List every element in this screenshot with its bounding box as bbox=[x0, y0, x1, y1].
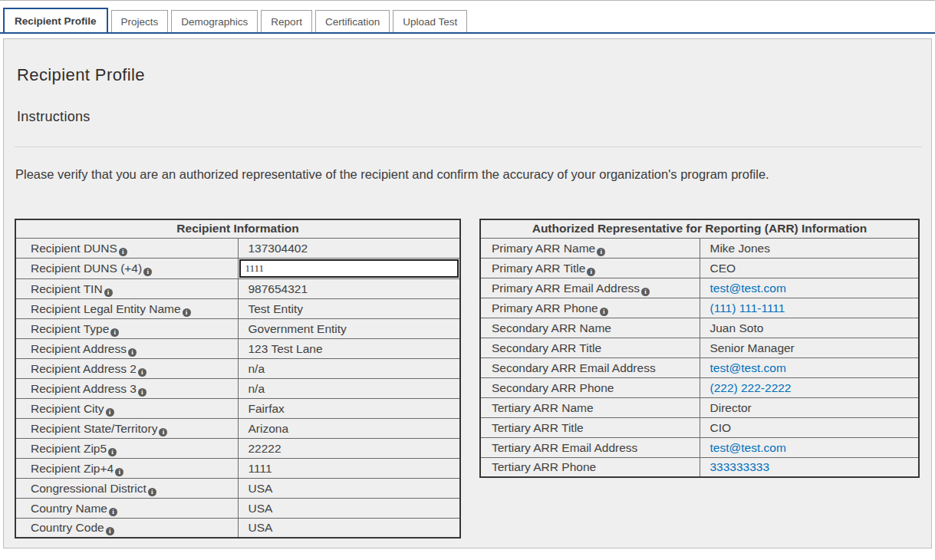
row-value: USA bbox=[249, 482, 273, 495]
row-value: Government Entity bbox=[249, 322, 347, 335]
row-label: Recipient State/Territory bbox=[31, 422, 157, 435]
arr-information-title: Authorized Representative for Reporting … bbox=[480, 219, 919, 238]
row-label: Secondary ARR Phone bbox=[492, 381, 614, 394]
table-row-recipient-type: Recipient TypeiGovernment Entity bbox=[15, 318, 460, 338]
table-header-row: Authorized Representative for Reporting … bbox=[480, 219, 919, 238]
info-icon[interactable]: i bbox=[587, 268, 595, 276]
page-title: Recipient Profile bbox=[17, 65, 922, 85]
row-value: Mike Jones bbox=[710, 242, 770, 255]
row-value: 1111 bbox=[249, 462, 272, 475]
info-icon[interactable]: i bbox=[106, 408, 114, 417]
row-value: CIO bbox=[710, 421, 732, 434]
table-row-tertiary-arr-phone: Tertiary ARR Phone333333333 bbox=[480, 457, 919, 477]
recipient-information-table: Recipient Information Recipient DUNSi137… bbox=[15, 219, 461, 539]
row-label: Primary ARR Phone bbox=[492, 301, 598, 315]
row-label: Recipient TIN bbox=[31, 282, 103, 295]
info-icon[interactable]: i bbox=[138, 388, 147, 397]
row-value: Arizona bbox=[249, 422, 289, 435]
recipient-information-title: Recipient Information bbox=[15, 219, 460, 238]
row-value: Test Entity bbox=[249, 302, 304, 315]
secondary-arr-phone-link[interactable]: (222) 222-2222 bbox=[710, 381, 792, 394]
tab-upload-test[interactable]: Upload Test bbox=[393, 10, 467, 32]
primary-arr-email-link[interactable]: test@test.com bbox=[710, 282, 786, 295]
info-icon[interactable]: i bbox=[108, 448, 117, 456]
row-label: Tertiary ARR Email Address bbox=[492, 441, 637, 454]
info-icon[interactable]: i bbox=[183, 308, 191, 317]
table-header-row: Recipient Information bbox=[15, 219, 460, 238]
info-icon[interactable]: i bbox=[138, 368, 147, 377]
table-row-recipient-duns-plus4: Recipient DUNS (+4)i bbox=[15, 258, 460, 278]
secondary-arr-email-link[interactable]: test@test.com bbox=[710, 361, 786, 374]
primary-arr-phone-link[interactable]: (111) 111-1111 bbox=[710, 301, 785, 315]
tertiary-arr-email-link[interactable]: test@test.com bbox=[710, 441, 786, 454]
table-row-recipient-legal-entity-name: Recipient Legal Entity NameiTest Entity bbox=[15, 298, 460, 318]
row-label: Recipient Address 2 bbox=[31, 362, 137, 375]
table-row-primary-arr-name: Primary ARR NameiMike Jones bbox=[480, 238, 919, 258]
table-row-country-code: Country CodeiUSA bbox=[15, 518, 460, 538]
tab-projects[interactable]: Projects bbox=[111, 10, 169, 32]
row-value: Juan Soto bbox=[710, 321, 764, 334]
row-value: CEO bbox=[710, 262, 736, 275]
tables-container: Recipient Information Recipient DUNSi137… bbox=[15, 219, 922, 539]
table-row-recipient-duns: Recipient DUNSi137304402 bbox=[15, 238, 460, 258]
row-value: USA bbox=[249, 521, 273, 534]
row-value: n/a bbox=[249, 362, 265, 375]
table-row-secondary-arr-name: Secondary ARR NameJuan Soto bbox=[480, 318, 919, 338]
info-icon[interactable]: i bbox=[109, 508, 117, 516]
info-icon[interactable]: i bbox=[106, 527, 114, 535]
info-icon[interactable]: i bbox=[159, 428, 167, 436]
row-label: Recipient Type bbox=[31, 322, 109, 335]
row-label: Country Name bbox=[31, 502, 107, 515]
tab-certification[interactable]: Certification bbox=[315, 10, 390, 32]
row-label: Primary ARR Name bbox=[492, 242, 595, 255]
info-icon[interactable]: i bbox=[128, 348, 137, 357]
arr-information-table: Authorized Representative for Reporting … bbox=[479, 219, 920, 478]
row-label: Recipient City bbox=[31, 402, 104, 415]
table-row-secondary-arr-email: Secondary ARR Email Addresstest@test.com bbox=[480, 357, 919, 377]
content-panel: Recipient Profile Instructions Please ve… bbox=[3, 38, 932, 548]
table-row-recipient-tin: Recipient TINi987654321 bbox=[15, 278, 460, 298]
info-icon[interactable]: i bbox=[641, 288, 650, 296]
row-label: Recipient DUNS bbox=[31, 242, 117, 255]
info-icon[interactable]: i bbox=[110, 328, 119, 337]
row-value: 22222 bbox=[249, 442, 281, 455]
recipient-duns-plus4-input[interactable] bbox=[239, 259, 459, 278]
row-value: Director bbox=[710, 401, 752, 414]
instructions-text: Please verify that you are an authorized… bbox=[15, 166, 922, 183]
info-icon[interactable]: i bbox=[119, 248, 127, 256]
info-icon[interactable]: i bbox=[143, 268, 152, 276]
row-value: 123 Test Lane bbox=[249, 342, 323, 355]
table-row-primary-arr-email: Primary ARR Email Addressitest@test.com bbox=[480, 278, 919, 298]
info-icon[interactable]: i bbox=[148, 488, 156, 496]
table-row-tertiary-arr-title: Tertiary ARR TitleCIO bbox=[480, 417, 919, 437]
table-row-recipient-address: Recipient Addressi123 Test Lane bbox=[15, 338, 460, 358]
divider bbox=[15, 147, 922, 147]
row-label: Congressional District bbox=[31, 482, 147, 495]
info-icon[interactable]: i bbox=[115, 468, 123, 476]
row-label: Recipient DUNS (+4) bbox=[31, 262, 142, 275]
table-row-tertiary-arr-name: Tertiary ARR NameDirector bbox=[480, 397, 919, 417]
info-icon[interactable]: i bbox=[600, 308, 608, 316]
tab-report[interactable]: Report bbox=[261, 10, 312, 32]
table-row-secondary-arr-phone: Secondary ARR Phone(222) 222-2222 bbox=[480, 377, 919, 397]
table-row-country-name: Country NameiUSA bbox=[15, 498, 460, 518]
table-row-recipient-zip-plus4: Recipient Zip+4i1111 bbox=[15, 458, 460, 478]
table-row-primary-arr-title: Primary ARR TitleiCEO bbox=[480, 258, 919, 278]
row-label: Recipient Legal Entity Name bbox=[31, 302, 181, 315]
info-icon[interactable]: i bbox=[104, 288, 113, 297]
row-value: Fairfax bbox=[249, 402, 285, 415]
row-label: Tertiary ARR Name bbox=[492, 401, 594, 414]
tab-recipient-profile[interactable]: Recipient Profile bbox=[3, 8, 108, 32]
row-label: Tertiary ARR Title bbox=[492, 421, 584, 434]
tab-bar: Recipient ProfileProjectsDemographicsRep… bbox=[0, 1, 935, 34]
table-row-recipient-address-3: Recipient Address 3in/a bbox=[15, 378, 460, 398]
table-row-secondary-arr-title: Secondary ARR TitleSenior Manager bbox=[480, 338, 919, 357]
tertiary-arr-phone-link[interactable]: 333333333 bbox=[710, 460, 770, 473]
info-icon[interactable]: i bbox=[597, 248, 605, 256]
row-value: Senior Manager bbox=[710, 341, 795, 354]
row-value: USA bbox=[249, 502, 273, 515]
instructions-heading: Instructions bbox=[17, 109, 922, 125]
table-row-recipient-state-territory: Recipient State/TerritoryiArizona bbox=[15, 418, 460, 438]
tab-demographics[interactable]: Demographics bbox=[171, 10, 258, 32]
row-label: Secondary ARR Name bbox=[492, 321, 611, 334]
